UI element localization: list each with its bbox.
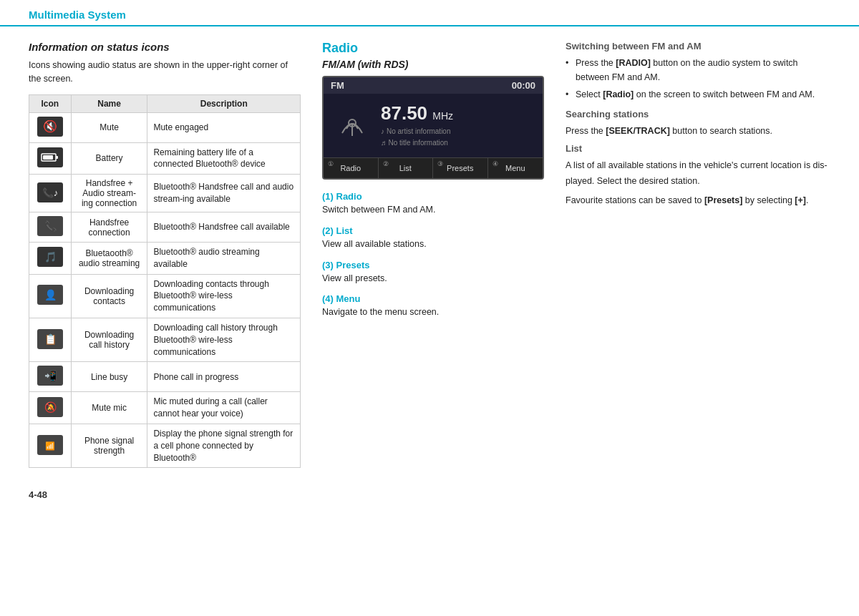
icon-cell: 📞♪ [29,175,72,212]
page-title: Multimedia System [29,9,830,25]
section-body: Navigate to the menu screen. [322,305,544,319]
table-row: 🔕 Mute mic Mic muted during a call (call… [29,392,301,424]
icon-cell: 👤 [29,274,72,318]
button-number: ③ [437,160,443,167]
subsection-title: List [566,143,830,154]
table-row: Battery Remaining battery life of a conn… [29,142,301,175]
icon-desc: Mic muted during a call (caller cannot h… [147,392,301,424]
svg-rect-4 [56,156,58,159]
radio-function-button[interactable]: ③Presets [433,158,488,178]
svg-text:🔕: 🔕 [44,401,57,414]
button-number: ② [383,160,389,167]
radio-body: 87.50 MHz ♪No artist information ♬No tit… [324,94,543,157]
icon-name: Handsfree connection [71,212,147,243]
icon-cell: 📞 [29,212,72,243]
section-heading: (4) Menu [322,293,544,304]
section-heading: (3) Presets [322,260,544,270]
section-heading: (2) List [322,225,544,236]
button-number: ① [328,160,334,167]
list-item: Select [Radio] on the screen to switch b… [566,87,830,102]
key-label: [RADIO] [616,58,651,68]
svg-rect-5 [43,155,53,160]
icon-desc: Bluetooth® Handsfree call and audio stre… [147,175,301,212]
table-row: 👤 Downloading contacts Downloading conta… [29,274,301,318]
icon-name: Handsfree + Audio stream-ing connection [71,175,147,212]
radio-buttons-bar[interactable]: ①Radio②List③Presets④Menu [324,157,543,178]
svg-text:🎵: 🎵 [44,251,57,263]
icon-cell [29,142,72,175]
antenna-icon [334,106,370,145]
numbered-section: (2) List View all available stations. [322,225,544,251]
right-column: Switching between FM and AMPress the [RA… [566,41,830,468]
icon-name: Phone signal strength [71,424,147,468]
svg-text:📋: 📋 [44,333,57,346]
page-footer: 4-48 [0,482,859,507]
radio-function-button[interactable]: ①Radio [324,158,379,178]
radio-display: FM 00:00 87.50 MHz [322,76,544,180]
icon-cell: 📋 [29,318,72,362]
table-header-desc: Description [147,94,301,112]
table-row: 📶 Phone signal strength Display the phon… [29,424,301,468]
icon-desc: Bluetooth® Handsfree call available [147,212,301,243]
svg-text:🔇: 🔇 [43,119,57,133]
button-number: ④ [492,160,498,167]
icon-name: Downloading contacts [71,274,147,318]
left-column: Information on status icons Icons showin… [29,41,301,468]
fmam-title: FM/AM (with RDS) [322,59,544,70]
numbered-section: (1) Radio Switch between FM and AM. [322,191,544,217]
svg-text:📶: 📶 [45,441,55,451]
radio-section-title: Radio [322,41,544,56]
svg-text:📞: 📞 [44,220,57,233]
body-text: Favourite stations can be saved to [Pres… [566,193,830,208]
right-subsection: Switching between FM and AMPress the [RA… [566,41,830,102]
icon-name: Mute mic [71,392,147,424]
radio-frequency: 87.50 MHz [381,102,532,124]
right-subsection: Searching stationsPress the [SEEK/TRACK]… [566,109,830,139]
status-icons-table: Icon Name Description 🔇 Mute Mute engage… [29,94,301,469]
key-label: [+] [795,195,806,205]
svg-text:📞♪: 📞♪ [42,187,59,199]
status-icons-intro: Icons showing audio status are shown in … [29,59,301,86]
key-label: [Presets] [704,195,743,205]
key-label: [Radio] [603,89,634,99]
table-row: 📞 Handsfree connection Bluetooth® Handsf… [29,212,301,243]
svg-text:📲: 📲 [44,370,57,382]
icon-name: Battery [71,142,147,175]
icon-desc: Phone call in progress [147,362,301,392]
radio-function-button[interactable]: ②List [379,158,434,178]
icon-desc: Downloading contacts through Bluetooth® … [147,274,301,318]
radio-function-button[interactable]: ④Menu [488,158,543,178]
section-body: Switch between FM and AM. [322,203,544,217]
section-heading: (1) Radio [322,191,544,202]
icon-desc: Remaining battery life of a connected Bl… [147,142,301,175]
table-row: 📋 Downloading call history Downloading c… [29,318,301,362]
icon-desc: Display the phone signal strength for a … [147,424,301,468]
status-icons-title: Information on status icons [29,41,301,53]
icon-cell: 📲 [29,362,72,392]
body-text: A list of all available stations in the … [566,158,830,189]
right-subsection: ListA list of all available stations in … [566,143,830,208]
page-number: 4-48 [29,489,47,500]
icon-name: Downloading call history [71,318,147,362]
icon-cell: 🔇 [29,112,72,142]
table-row: 📲 Line busy Phone call in progress [29,362,301,392]
right-subsections: Switching between FM and AMPress the [RA… [566,41,830,208]
table-row: 🎵 Bluetaooth® audio streaming Bluetooth®… [29,243,301,275]
radio-band: FM [331,80,344,91]
numbered-sections: (1) Radio Switch between FM and AM. (2) … [322,191,544,319]
svg-text:👤: 👤 [44,289,57,301]
middle-column: Radio FM/AM (with RDS) FM 00:00 [322,41,544,468]
icon-cell: 📶 [29,424,72,468]
icon-name: Bluetaooth® audio streaming [71,243,147,275]
table-header-icon: Icon [29,94,72,112]
icon-desc: Downloading call history through Bluetoo… [147,318,301,362]
radio-top-bar: FM 00:00 [324,77,543,94]
bullet-list: Press the [RADIO] button on the audio sy… [566,56,830,102]
key-label: [SEEK/TRACK] [606,126,670,136]
icon-name: Mute [71,112,147,142]
icon-desc: Bluetooth® audio streaming available [147,243,301,275]
radio-freq-area: 87.50 MHz ♪No artist information ♬No tit… [381,102,532,149]
section-body: View all presets. [322,272,544,285]
radio-info: ♪No artist information ♬No title informa… [381,126,532,149]
numbered-section: (4) Menu Navigate to the menu screen. [322,293,544,319]
